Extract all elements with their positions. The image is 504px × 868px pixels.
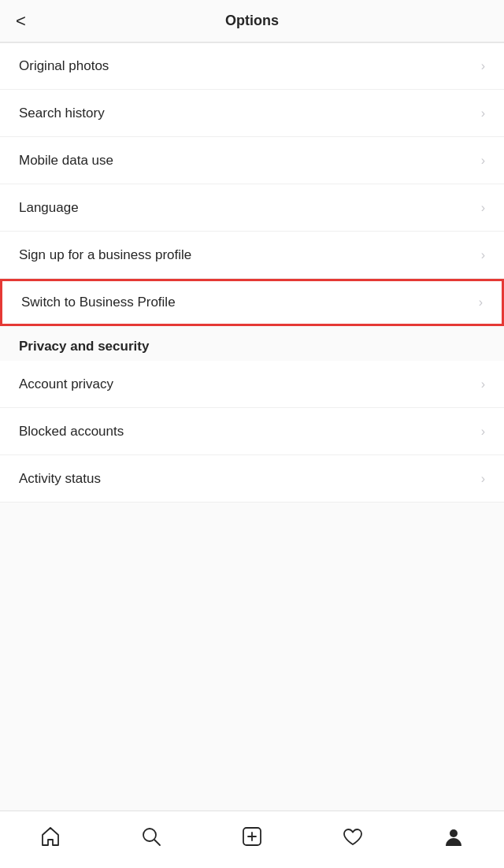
- menu-item-blocked-accounts[interactable]: Blocked accounts ›: [0, 408, 504, 455]
- nav-search[interactable]: [135, 821, 167, 852]
- home-icon: [39, 825, 61, 848]
- nav-home[interactable]: [35, 821, 66, 852]
- page-title: Options: [225, 13, 279, 29]
- bottom-nav: [0, 811, 504, 868]
- chevron-icon: ›: [481, 154, 485, 168]
- menu-item-language[interactable]: Language ›: [0, 184, 504, 232]
- heart-icon: [342, 825, 364, 848]
- chevron-icon: ›: [481, 248, 485, 262]
- menu-item-activity-status[interactable]: Activity status ›: [0, 455, 504, 503]
- svg-line-1: [155, 840, 161, 846]
- menu-item-account-privacy[interactable]: Account privacy ›: [0, 361, 504, 408]
- menu-item-sign-up-business[interactable]: Sign up for a business profile ›: [0, 232, 504, 279]
- profile-icon: [443, 825, 465, 848]
- chevron-icon: ›: [481, 59, 485, 73]
- menu-list: Original photos › Search history › Mobil…: [0, 43, 504, 811]
- svg-point-5: [450, 829, 458, 837]
- chevron-icon: ›: [479, 295, 483, 310]
- menu-item-search-history[interactable]: Search history ›: [0, 90, 504, 137]
- back-button[interactable]: <: [16, 13, 26, 30]
- chevron-icon: ›: [481, 472, 485, 486]
- svg-point-0: [143, 829, 156, 841]
- search-icon: [140, 825, 162, 848]
- nav-profile[interactable]: [438, 821, 469, 852]
- menu-item-original-photos[interactable]: Original photos ›: [0, 43, 504, 90]
- add-icon: [241, 825, 263, 848]
- chevron-icon: ›: [481, 106, 485, 121]
- privacy-security-section-header: Privacy and security: [0, 326, 504, 361]
- header: < Options: [0, 0, 504, 43]
- menu-item-mobile-data-use[interactable]: Mobile data use ›: [0, 137, 504, 184]
- menu-item-switch-business[interactable]: Switch to Business Profile ›: [0, 279, 504, 326]
- nav-heart[interactable]: [337, 821, 369, 852]
- chevron-icon: ›: [481, 201, 485, 215]
- chevron-icon: ›: [481, 377, 485, 391]
- chevron-icon: ›: [481, 425, 485, 439]
- nav-add[interactable]: [236, 821, 268, 852]
